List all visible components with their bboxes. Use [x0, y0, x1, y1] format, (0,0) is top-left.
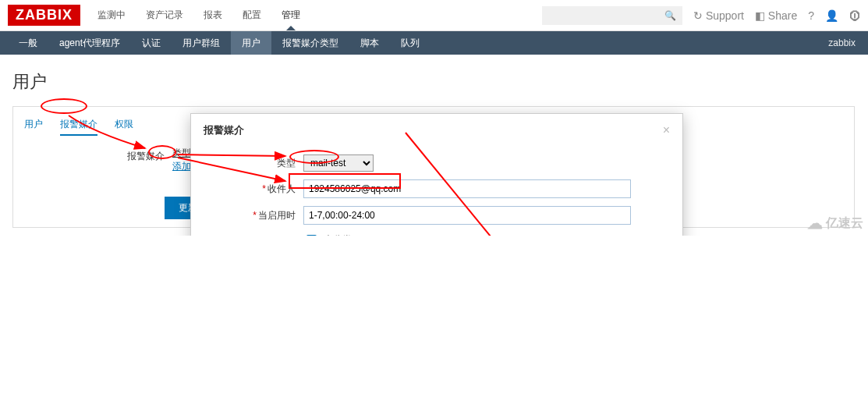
media-controls: 类型 添加 — [172, 147, 191, 173]
add-media-link[interactable]: 添加 — [172, 161, 191, 172]
subnav-scripts[interactable]: 脚本 — [349, 31, 390, 55]
share-link[interactable]: ◧ Share — [755, 9, 797, 22]
tab-permissions[interactable]: 权限 — [115, 115, 133, 136]
cloud-icon: ☁ — [807, 214, 823, 233]
support-link[interactable]: ↻ Support — [693, 9, 744, 22]
row-sendto: *收件人 — [210, 179, 664, 198]
logout-icon[interactable]: ⏼ — [849, 9, 860, 22]
label-when: *当启用时 — [210, 209, 303, 222]
modal-header: 报警媒介 × — [191, 114, 682, 144]
topbar-right: 🔍 ↻ Support ◧ Share ? 👤 ⏼ — [542, 6, 860, 25]
media-label: 报警媒介 — [126, 147, 165, 163]
label-severity: 如果存在严重性则使用 — [210, 233, 303, 236]
search-icon: 🔍 — [664, 10, 676, 21]
nav-administration[interactable]: 管理 — [280, 1, 302, 30]
nav-reports[interactable]: 报表 — [202, 1, 224, 30]
chk-not-classified[interactable] — [306, 235, 317, 236]
row-severity: 如果存在严重性则使用 未分类 信息 警告 一般严重 严重 灾难 — [210, 233, 664, 236]
main-nav: 监测中 资产记录 报表 配置 管理 — [96, 1, 302, 30]
subnav-queue[interactable]: 队列 — [390, 31, 430, 55]
media-modal: 报警媒介 × 类型 mail-test *收件人 *当启用时 如果存在严重性则 — [190, 113, 683, 236]
watermark: ☁ 亿速云 — [807, 214, 863, 233]
top-bar: ZABBIX 监测中 资产记录 报表 配置 管理 🔍 ↻ Support ◧ S… — [0, 0, 868, 31]
subnav-usergroups[interactable]: 用户群组 — [172, 31, 231, 55]
page-title: 用户 — [12, 70, 856, 94]
subnav-users[interactable]: 用户 — [231, 31, 271, 55]
subnav-proxies[interactable]: agent代理程序 — [48, 31, 131, 55]
subnav-right-label: zabbix — [828, 37, 860, 48]
tab-user[interactable]: 用户 — [24, 115, 43, 136]
user-icon[interactable]: 👤 — [825, 9, 838, 22]
row-type: 类型 mail-test — [210, 154, 664, 172]
nav-configuration[interactable]: 配置 — [241, 1, 263, 30]
nav-inventory[interactable]: 资产记录 — [144, 1, 185, 30]
label-sendto: *收件人 — [210, 183, 303, 196]
select-type[interactable]: mail-test — [303, 154, 374, 172]
nav-monitoring[interactable]: 监测中 — [96, 1, 127, 30]
logo: ZABBIX — [8, 5, 80, 26]
label-type: 类型 — [210, 157, 303, 170]
modal-title: 报警媒介 — [204, 123, 244, 137]
help-icon[interactable]: ? — [808, 9, 814, 22]
input-sendto[interactable] — [303, 179, 631, 198]
subnav-auth[interactable]: 认证 — [131, 31, 172, 55]
subnav-mediatypes[interactable]: 报警媒介类型 — [271, 31, 349, 55]
search-input[interactable]: 🔍 — [542, 6, 682, 25]
sev-not-classified[interactable]: 未分类 — [303, 233, 664, 236]
row-when: *当启用时 — [210, 206, 664, 225]
subnav-general[interactable]: 一般 — [8, 31, 48, 55]
close-icon[interactable]: × — [663, 123, 670, 137]
tab-media[interactable]: 报警媒介 — [60, 115, 97, 136]
severity-list: 未分类 信息 警告 一般严重 严重 灾难 — [303, 233, 664, 236]
sub-nav: 一般 agent代理程序 认证 用户群组 用户 报警媒介类型 脚本 队列 zab… — [0, 31, 868, 55]
media-type-header: 类型 — [172, 147, 191, 158]
input-when[interactable] — [303, 206, 631, 225]
modal-body: 类型 mail-test *收件人 *当启用时 如果存在严重性则使用 未分类 — [191, 144, 682, 236]
